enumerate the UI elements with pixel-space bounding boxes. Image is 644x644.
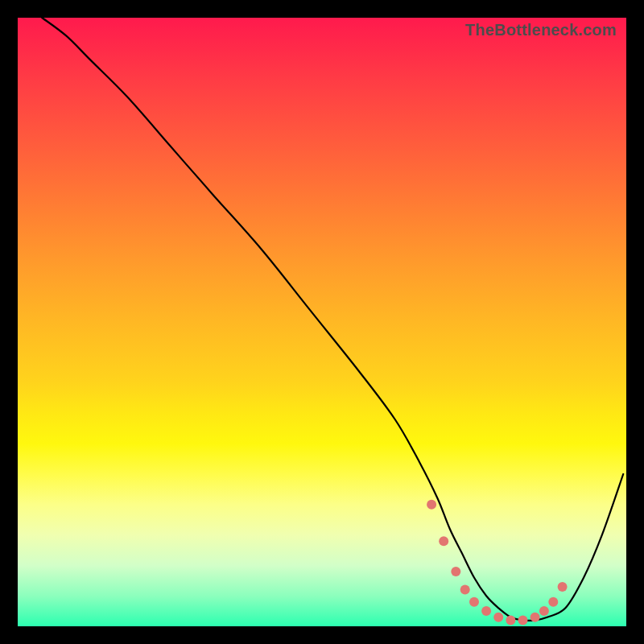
- optimal-dot: [548, 597, 558, 607]
- bottleneck-curve-svg: [18, 18, 626, 626]
- optimal-dot: [518, 615, 528, 625]
- optimal-dot: [469, 597, 479, 607]
- optimal-dot: [530, 613, 540, 622]
- optimal-dot: [493, 613, 503, 622]
- optimal-dot: [451, 567, 460, 576]
- optimal-dot: [427, 500, 436, 510]
- optimal-dot: [481, 606, 491, 616]
- optimal-dot: [539, 606, 549, 616]
- optimal-dot: [460, 585, 470, 595]
- bottleneck-curve-line: [42, 18, 623, 621]
- optimal-dot: [506, 615, 515, 625]
- optimal-dot: [558, 582, 568, 592]
- optimal-dot: [439, 536, 448, 546]
- chart-plot-area: TheBottleneck.com: [18, 18, 626, 626]
